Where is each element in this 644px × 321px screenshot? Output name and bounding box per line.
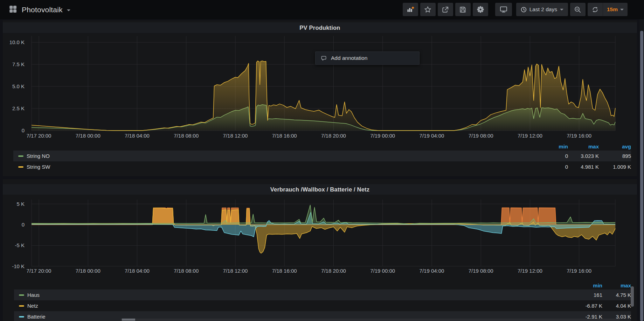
y-tick-label: 7.5 K xyxy=(12,61,25,67)
legend-swatch[interactable] xyxy=(19,305,24,307)
add-annotation-menu-item[interactable]: Add annotation xyxy=(315,51,420,65)
save-button[interactable] xyxy=(455,3,471,16)
legend-stat-min: 161 xyxy=(564,292,602,298)
y-tick-label: 5.0 K xyxy=(12,83,25,89)
refresh-button[interactable] xyxy=(588,3,603,16)
pv-legend: minmaxavgString NO03.023 K895String SW04… xyxy=(13,142,631,172)
monitor-icon xyxy=(499,5,508,14)
share-button[interactable] xyxy=(438,3,453,16)
legend-swatch[interactable] xyxy=(19,294,24,296)
x-tick-label: 7/19 00:00 xyxy=(370,268,395,274)
verbrauch-legend: minmaxHaus1614.75 KNetz-6.87 K4.04 KBatt… xyxy=(14,281,631,321)
legend-stat-max: 3.023 K xyxy=(568,153,599,159)
dashboard-title[interactable]: Photovoltaik xyxy=(22,6,63,14)
legend-swatch[interactable] xyxy=(18,166,23,168)
refresh-interval-dropdown[interactable]: 15m xyxy=(603,3,628,16)
panel-title-verbrauch[interactable]: Verbrauch /Wallbox / Batterie / Netz xyxy=(270,186,370,193)
y-tick-label: 2.5 K xyxy=(12,105,25,111)
y-tick-label: 10.0 K xyxy=(9,39,25,45)
legend-scrollbar-thumb[interactable] xyxy=(631,286,634,307)
settings-button[interactable] xyxy=(473,3,488,16)
legend-stat-avg: 895 xyxy=(599,153,631,159)
legend-series-label[interactable]: String SW xyxy=(27,164,50,170)
dashboard-title-group[interactable]: Photovoltaik xyxy=(8,0,70,19)
x-tick-label: 7/18 12:00 xyxy=(223,133,248,139)
zoom-out-icon xyxy=(574,6,582,14)
x-tick-label: 7/18 20:00 xyxy=(321,133,346,139)
panel-title-pv[interactable]: PV Produktion xyxy=(299,25,340,31)
zoom-out-button[interactable] xyxy=(570,3,586,16)
horizontal-scrollbar-thumb[interactable] xyxy=(122,319,135,321)
x-tick-label: 7/18 00:00 xyxy=(76,268,101,274)
grafana-dashboard: Photovoltaik xyxy=(0,0,644,321)
legend-swatch[interactable] xyxy=(18,155,23,157)
toolbar: Last 2 days xyxy=(401,3,628,16)
legend-stat-avg: 1.009 K xyxy=(599,164,631,170)
legend-header: minmaxavg xyxy=(13,142,631,151)
star-button[interactable] xyxy=(420,3,436,16)
y-tick-label: 0 xyxy=(22,222,25,228)
x-tick-label: 7/19 00:00 xyxy=(370,133,395,139)
x-tick-label: 7/18 16:00 xyxy=(272,133,297,139)
time-range-picker[interactable]: Last 2 days xyxy=(516,3,568,16)
clock-icon xyxy=(521,7,527,13)
refresh-interval-label: 15m xyxy=(607,6,618,13)
x-tick-label: 7/18 00:00 xyxy=(76,133,101,139)
x-tick-label: 7/19 12:00 xyxy=(518,133,542,139)
share-icon xyxy=(441,6,449,14)
legend-stat-min: -6.87 K xyxy=(564,303,602,309)
page-scrollbar-thumb[interactable] xyxy=(640,31,643,321)
legend-row-string-no[interactable]: String NO03.023 K895 xyxy=(13,151,631,161)
x-tick-label: 7/19 04:00 xyxy=(420,268,444,274)
refresh-control: 15m xyxy=(588,3,628,16)
add-panel-button[interactable] xyxy=(403,3,418,16)
x-tick-label: 7/19 16:00 xyxy=(567,268,591,274)
legend-row-netz[interactable]: Netz-6.87 K4.04 K xyxy=(14,300,631,311)
y-tick-label: 0 xyxy=(22,127,25,133)
panel-header-verbrauch[interactable]: Verbrauch /Wallbox / Batterie / Netz xyxy=(3,184,637,195)
legend-row-string-sw[interactable]: String SW04.981 K1.009 K xyxy=(13,161,631,172)
pv-produktion-chart[interactable]: 7/17 20:007/18 00:007/18 04:007/18 08:00… xyxy=(0,32,644,142)
verbrauch-chart[interactable]: 7/17 20:007/18 00:007/18 04:007/18 08:00… xyxy=(0,198,644,280)
y-tick-label: -10 K xyxy=(12,263,25,269)
refresh-icon xyxy=(591,6,599,13)
comment-bubble-icon xyxy=(320,55,327,62)
legend-series-label[interactable]: Netz xyxy=(27,303,38,309)
x-tick-label: 7/18 08:00 xyxy=(174,268,199,274)
gear-icon xyxy=(476,5,485,14)
legend-series-label[interactable]: Batterie xyxy=(27,314,46,320)
legend-stat-max: 4.04 K xyxy=(602,303,631,309)
x-tick-label: 7/19 08:00 xyxy=(469,268,493,274)
legend-stat-min: 0 xyxy=(540,153,568,159)
time-range-caret xyxy=(560,9,563,11)
dashboard-dropdown-caret[interactable] xyxy=(67,9,70,11)
horizontal-scrollbar-track[interactable] xyxy=(121,319,620,321)
time-range-label: Last 2 days xyxy=(529,6,557,13)
dashboard-grid-icon[interactable] xyxy=(8,5,18,15)
x-tick-label: 7/19 08:00 xyxy=(469,133,493,139)
legend-column-header-max[interactable]: max xyxy=(602,282,631,288)
legend-column-header-min[interactable]: min xyxy=(564,282,602,288)
y-tick-label: 5 K xyxy=(16,201,25,207)
add-panel-icon xyxy=(406,5,415,14)
legend-series-label[interactable]: Haus xyxy=(27,292,40,298)
refresh-interval-caret xyxy=(620,9,624,11)
legend-series-label[interactable]: String NO xyxy=(27,153,50,159)
x-tick-label: 7/17 20:00 xyxy=(27,133,51,139)
legend-header: minmax xyxy=(14,281,631,289)
legend-column-header-max[interactable]: max xyxy=(568,144,599,149)
save-icon xyxy=(459,6,467,14)
legend-swatch[interactable] xyxy=(19,316,24,317)
y-tick-label: -5 K xyxy=(15,242,25,248)
x-tick-label: 7/18 16:00 xyxy=(272,268,297,274)
legend-stat-max: 4.75 K xyxy=(602,292,631,298)
legend-column-header-avg[interactable]: avg xyxy=(599,144,631,149)
navbar: Photovoltaik xyxy=(0,0,644,19)
x-tick-label: 7/18 04:00 xyxy=(125,133,150,139)
tv-mode-button[interactable] xyxy=(495,3,512,16)
legend-column-header-min[interactable]: min xyxy=(540,144,568,149)
x-tick-label: 7/19 12:00 xyxy=(518,268,542,274)
star-icon xyxy=(424,6,432,14)
x-tick-label: 7/18 08:00 xyxy=(174,133,199,139)
legend-row-haus[interactable]: Haus1614.75 K xyxy=(14,289,631,300)
